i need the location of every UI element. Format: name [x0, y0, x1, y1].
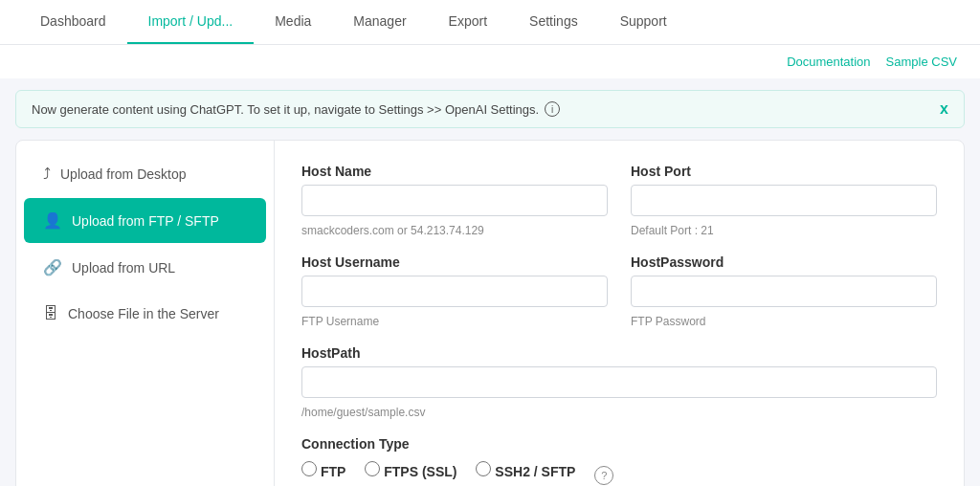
host-port-input[interactable] — [631, 185, 937, 216]
main-content: ⤴ Upload from Desktop 👤 Upload from FTP … — [15, 140, 965, 486]
host-username-group: Host Username FTP Username — [301, 254, 608, 328]
notice-message: Now generate content using ChatGPT. To s… — [32, 102, 539, 117]
top-navigation: Dashboard Import / Upd... Media Manager … — [0, 0, 980, 45]
upload-ftp-icon: 👤 — [43, 211, 62, 230]
host-username-hint: FTP Username — [301, 315, 608, 328]
host-username-label: Host Username — [301, 254, 608, 270]
sidebar-item-label-server: Choose File in the Server — [68, 306, 219, 321]
notice-close-button[interactable]: x — [940, 100, 948, 118]
host-password-label: HostPassword — [631, 254, 937, 270]
sidebar-item-label-url: Upload from URL — [72, 260, 175, 276]
host-port-label: Host Port — [631, 164, 937, 179]
radio-ssh2-label: SSH2 / SFTP — [495, 464, 575, 479]
sub-header: Documentation Sample CSV — [0, 45, 980, 78]
radio-ssh2-input[interactable] — [476, 461, 491, 476]
host-name-group: Host Name smackcoders.com or 54.213.74.1… — [301, 164, 608, 237]
radio-ssh2[interactable]: SSH2 / SFTP — [476, 461, 575, 479]
sidebar: ⤴ Upload from Desktop 👤 Upload from FTP … — [16, 141, 275, 486]
radio-ftp[interactable]: FTP — [301, 461, 345, 479]
host-path-label: HostPath — [301, 345, 937, 361]
radio-ftp-label: FTP — [321, 464, 345, 479]
connection-type-label: Connection Type — [301, 436, 937, 452]
form-row-path: HostPath /home/guest/sample.csv — [301, 345, 937, 419]
form-row-host: Host Name smackcoders.com or 54.213.74.1… — [301, 164, 937, 237]
upload-desktop-icon: ⤴ — [43, 166, 51, 183]
radio-ftps[interactable]: FTPS (SSL) — [365, 461, 457, 479]
host-port-hint: Default Port : 21 — [631, 224, 937, 237]
host-password-hint: FTP Password — [631, 315, 937, 328]
info-icon[interactable]: i — [545, 101, 560, 117]
sidebar-item-upload-url[interactable]: 🔗 Upload from URL — [24, 245, 266, 290]
nav-dashboard[interactable]: Dashboard — [19, 0, 127, 44]
host-port-group: Host Port Default Port : 21 — [631, 164, 937, 237]
notice-text-container: Now generate content using ChatGPT. To s… — [32, 101, 560, 117]
host-name-label: Host Name — [301, 164, 608, 179]
upload-url-icon: 🔗 — [43, 258, 62, 276]
host-path-group: HostPath /home/guest/sample.csv — [301, 345, 937, 419]
host-name-input[interactable] — [301, 185, 608, 216]
sample-csv-link[interactable]: Sample CSV — [886, 55, 957, 69]
radio-ftps-label: FTPS (SSL) — [384, 464, 457, 479]
nav-support[interactable]: Support — [599, 0, 688, 44]
sidebar-item-choose-file[interactable]: 🗄 Choose File in the Server — [24, 292, 266, 336]
host-password-input[interactable] — [631, 276, 937, 307]
sidebar-item-label-ftp: Upload from FTP / SFTP — [72, 213, 219, 229]
form-row-credentials: Host Username FTP Username HostPassword … — [301, 254, 937, 328]
host-name-hint: smackcoders.com or 54.213.74.129 — [301, 224, 608, 237]
connection-type-help-icon[interactable]: ? — [594, 466, 613, 485]
choose-file-icon: 🗄 — [43, 305, 58, 322]
documentation-link[interactable]: Documentation — [787, 55, 870, 69]
nav-media[interactable]: Media — [254, 0, 332, 44]
radio-ftp-input[interactable] — [301, 461, 317, 476]
connection-type-radio-group: FTP FTPS (SSL) SSH2 / SFTP ? — [301, 461, 937, 486]
nav-export[interactable]: Export — [428, 0, 508, 44]
notice-bar: Now generate content using ChatGPT. To s… — [15, 90, 965, 128]
radio-ftps-input[interactable] — [365, 461, 380, 476]
ftp-form-area: Host Name smackcoders.com or 54.213.74.1… — [275, 141, 964, 486]
host-username-input[interactable] — [301, 276, 608, 307]
nav-settings[interactable]: Settings — [508, 0, 599, 44]
connection-type-group: Connection Type FTP FTPS (SSL) SSH2 / SF… — [301, 436, 937, 486]
nav-import[interactable]: Import / Upd... — [127, 0, 255, 44]
host-path-input[interactable] — [301, 366, 937, 398]
nav-manager[interactable]: Manager — [332, 0, 427, 44]
sidebar-item-upload-ftp[interactable]: 👤 Upload from FTP / SFTP — [24, 198, 266, 243]
host-password-group: HostPassword FTP Password — [631, 254, 937, 328]
sidebar-item-upload-desktop[interactable]: ⤴ Upload from Desktop — [24, 152, 266, 196]
host-path-hint: /home/guest/sample.csv — [301, 406, 937, 419]
sidebar-item-label-desktop: Upload from Desktop — [60, 166, 187, 182]
